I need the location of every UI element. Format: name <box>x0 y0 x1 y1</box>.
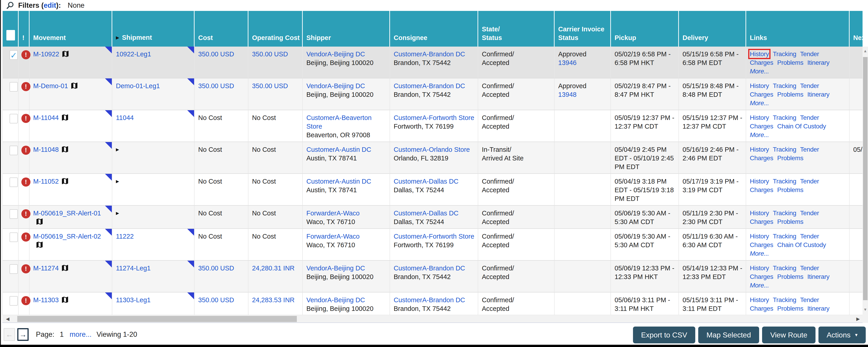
cost-value[interactable]: 350.00 USD <box>198 82 234 90</box>
scroll-left-icon[interactable]: ◀ <box>6 315 9 323</box>
actions-dropdown-button[interactable]: Actions▾ <box>818 326 866 343</box>
column-header[interactable]: ▶State/ Status <box>478 11 555 46</box>
select-all-header[interactable] <box>3 11 19 46</box>
row-select-cell[interactable]: ✓ <box>3 110 19 142</box>
row-action-link[interactable]: Tender <box>800 114 819 121</box>
row-action-link[interactable]: Charges <box>750 155 773 162</box>
row-select-cell[interactable]: ✓ <box>3 261 19 292</box>
row-action-link[interactable]: Chain Of Custody <box>777 241 826 248</box>
row-action-link[interactable]: Itinerary <box>807 305 830 312</box>
row-action-link[interactable]: More... <box>750 131 769 138</box>
row-action-link[interactable]: Charges <box>750 186 773 193</box>
row-select-cell[interactable]: ✓ <box>3 78 19 110</box>
row-action-link[interactable]: Tracking <box>773 146 796 153</box>
row-action-link[interactable]: History <box>750 233 769 240</box>
row-action-link[interactable]: Tracking <box>773 264 796 272</box>
consignee-link[interactable]: CustomerA-Brandon DC <box>394 51 465 58</box>
shipment-link[interactable]: Demo-01-Leg1 <box>116 82 160 90</box>
row-action-link[interactable]: Charges <box>750 59 773 66</box>
map-icon[interactable] <box>35 218 44 226</box>
row-action-link[interactable]: Charges <box>750 241 773 248</box>
row-checkbox[interactable]: ✓ <box>9 232 18 242</box>
consignee-link[interactable]: CustomerA-Brandon DC <box>394 296 465 304</box>
alert-icon[interactable]: ! <box>21 146 30 155</box>
movement-link[interactable]: M-11303 <box>33 296 59 304</box>
row-action-link[interactable]: Itinerary <box>807 59 830 66</box>
row-action-link[interactable]: Problems <box>777 273 803 280</box>
map-icon[interactable] <box>61 50 69 58</box>
row-checkbox[interactable]: ✓ <box>9 209 18 219</box>
row-action-link[interactable]: Problems <box>777 186 803 193</box>
scroll-up-icon[interactable]: ▲ <box>863 49 868 54</box>
alert-icon[interactable]: ! <box>21 82 30 91</box>
previous-page-button[interactable]: ← <box>4 328 15 341</box>
alert-icon[interactable]: ! <box>21 232 30 242</box>
column-header[interactable]: ▶Pickup <box>611 11 679 46</box>
row-action-link[interactable]: Itinerary <box>807 91 830 98</box>
shipment-link[interactable]: 10922-Leg1 <box>116 51 151 58</box>
row-action-link[interactable]: Tender <box>800 82 819 89</box>
row-action-link[interactable]: History <box>750 82 769 89</box>
row-action-link[interactable]: Tracking <box>773 296 796 303</box>
column-header[interactable]: ▶Next <box>849 11 863 46</box>
alert-icon[interactable]: ! <box>21 296 30 305</box>
alert-icon[interactable]: ! <box>21 178 30 187</box>
movement-link[interactable]: M-11048 <box>33 146 59 153</box>
export-to-csv-button[interactable]: Export to CSV <box>633 326 695 343</box>
shipper-link[interactable]: CustomerA-Austin DC <box>306 146 371 153</box>
row-action-link[interactable]: History <box>750 178 769 185</box>
edit-filters-link[interactable]: edit <box>44 1 56 9</box>
row-action-link[interactable]: Charges <box>750 91 773 98</box>
row-action-link[interactable]: History <box>750 146 769 153</box>
shipper-link[interactable]: ForwarderA-Waco <box>306 210 360 217</box>
select-all-checkbox[interactable] <box>6 30 15 40</box>
row-action-link[interactable]: History <box>750 114 769 121</box>
consignee-link[interactable]: CustomerA-Orlando Store <box>394 146 470 153</box>
row-action-link[interactable]: Tender <box>800 146 819 153</box>
row-action-link[interactable]: Problems <box>777 59 803 66</box>
row-action-link[interactable]: Tender <box>800 296 819 303</box>
consignee-link[interactable]: CustomerA-Fortworth Store <box>394 114 474 121</box>
view-route-button[interactable]: View Route <box>762 326 815 343</box>
shipper-link[interactable]: CustomerA-Austin DC <box>306 178 371 185</box>
row-action-link[interactable]: Tracking <box>773 178 796 185</box>
movement-link[interactable]: M-050619_SR-Alert-02 <box>33 233 101 240</box>
shipper-link[interactable]: VendorA-Beijing DC <box>306 296 365 304</box>
scroll-right-icon[interactable]: ▶ <box>857 315 860 323</box>
column-header[interactable]: ▶Delivery <box>679 11 746 46</box>
movement-link[interactable]: M-10922 <box>33 51 59 58</box>
movement-link[interactable]: M-050619_SR-Alert-01 <box>33 210 101 217</box>
row-action-link[interactable]: More... <box>750 99 769 106</box>
column-header[interactable]: ▶Operating Cost <box>248 11 303 46</box>
row-select-cell[interactable]: ✓ <box>3 174 19 206</box>
movement-link[interactable]: M-Demo-01 <box>33 82 68 90</box>
row-action-link[interactable]: Tracking <box>773 210 796 217</box>
map-icon[interactable] <box>61 177 69 185</box>
column-header[interactable]: ▶Cost <box>194 11 248 46</box>
invoice-number-link[interactable]: 13946 <box>558 59 577 66</box>
operating-cost-value[interactable]: 350.00 USD <box>252 51 288 58</box>
row-action-link[interactable]: Problems <box>777 91 803 98</box>
row-action-link[interactable]: Charges <box>750 123 773 130</box>
column-header[interactable]: ▶Movement <box>30 11 112 46</box>
map-selected-button[interactable]: Map Selected <box>698 326 759 343</box>
alert-icon[interactable]: ! <box>21 50 30 59</box>
operating-cost-value[interactable]: 350.00 USD <box>252 82 288 90</box>
cost-value[interactable]: 350.00 USD <box>198 296 234 304</box>
shipment-link[interactable]: 11274-Leg1 <box>116 264 151 272</box>
vertical-scrollbar[interactable]: ▲ ▼ <box>863 46 868 315</box>
column-header[interactable]: ▶Carrier Invoice Status <box>555 11 611 46</box>
column-header[interactable]: ▶Shipper <box>303 11 390 46</box>
consignee-link[interactable]: CustomerA-Dallas DC <box>394 178 459 185</box>
invoice-number-link[interactable]: 13948 <box>558 91 577 98</box>
row-action-link[interactable]: Charges <box>750 305 773 312</box>
map-icon[interactable] <box>61 114 69 122</box>
scroll-down-icon[interactable]: ▼ <box>863 308 868 312</box>
row-action-link[interactable]: Charges <box>750 273 773 280</box>
operating-cost-value[interactable]: 24,280.31 INR <box>252 264 294 272</box>
column-header[interactable]: ▶! <box>19 11 30 46</box>
row-select-cell[interactable]: ✓ <box>3 292 19 315</box>
row-action-link[interactable]: Tracking <box>773 82 796 89</box>
map-icon[interactable] <box>35 241 44 249</box>
consignee-link[interactable]: CustomerA-Fortworth Store <box>394 233 474 240</box>
